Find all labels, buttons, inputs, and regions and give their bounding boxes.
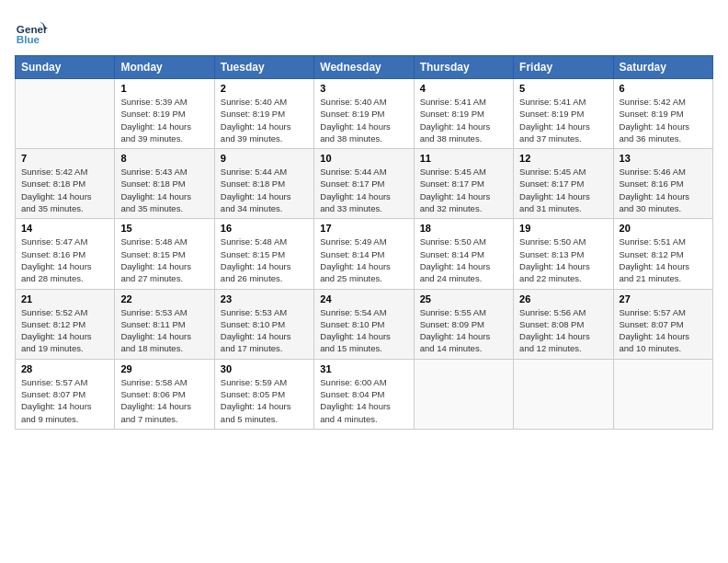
day-info: Sunrise: 5:51 AM Sunset: 8:12 PM Dayligh…	[620, 236, 707, 284]
day-info: Sunrise: 5:43 AM Sunset: 8:18 PM Dayligh…	[120, 166, 208, 214]
day-number: 14	[21, 223, 108, 234]
day-info: Sunrise: 5:42 AM Sunset: 8:19 PM Dayligh…	[620, 96, 707, 144]
day-number: 18	[420, 223, 507, 234]
week-row-5: 28Sunrise: 5:57 AM Sunset: 8:07 PM Dayli…	[16, 359, 713, 429]
logo-icon: General Blue	[15, 15, 48, 48]
day-number: 27	[620, 293, 707, 304]
week-row-1: 1Sunrise: 5:39 AM Sunset: 8:19 PM Daylig…	[16, 79, 713, 149]
day-info: Sunrise: 5:57 AM Sunset: 8:07 PM Dayligh…	[620, 306, 707, 355]
logo: General Blue	[15, 15, 51, 48]
day-number: 11	[420, 153, 507, 164]
calendar-cell: 7Sunrise: 5:42 AM Sunset: 8:18 PM Daylig…	[16, 149, 115, 219]
day-info: Sunrise: 5:39 AM Sunset: 8:19 PM Dayligh…	[120, 96, 208, 144]
calendar-cell: 18Sunrise: 5:50 AM Sunset: 8:14 PM Dayli…	[414, 219, 513, 289]
day-info: Sunrise: 5:41 AM Sunset: 8:19 PM Dayligh…	[519, 96, 607, 144]
calendar-cell	[514, 359, 613, 429]
day-info: Sunrise: 5:56 AM Sunset: 8:08 PM Dayligh…	[519, 306, 607, 355]
calendar-cell: 2Sunrise: 5:40 AM Sunset: 8:19 PM Daylig…	[214, 79, 313, 149]
header-row: SundayMondayTuesdayWednesdayThursdayFrid…	[16, 56, 713, 79]
calendar-cell: 3Sunrise: 5:40 AM Sunset: 8:19 PM Daylig…	[314, 79, 414, 149]
page-header: General Blue	[15, 15, 713, 48]
calendar-cell: 22Sunrise: 5:53 AM Sunset: 8:11 PM Dayli…	[115, 289, 214, 359]
day-info: Sunrise: 5:48 AM Sunset: 8:15 PM Dayligh…	[221, 236, 308, 284]
calendar-cell: 21Sunrise: 5:52 AM Sunset: 8:12 PM Dayli…	[16, 289, 115, 359]
calendar-cell: 9Sunrise: 5:44 AM Sunset: 8:18 PM Daylig…	[214, 149, 313, 219]
calendar-cell: 27Sunrise: 5:57 AM Sunset: 8:07 PM Dayli…	[613, 289, 712, 359]
day-info: Sunrise: 5:41 AM Sunset: 8:19 PM Dayligh…	[420, 96, 507, 144]
day-info: Sunrise: 5:45 AM Sunset: 8:17 PM Dayligh…	[420, 166, 507, 214]
calendar-cell: 12Sunrise: 5:45 AM Sunset: 8:17 PM Dayli…	[514, 149, 613, 219]
day-info: Sunrise: 5:53 AM Sunset: 8:10 PM Dayligh…	[221, 306, 308, 355]
day-info: Sunrise: 5:40 AM Sunset: 8:19 PM Dayligh…	[320, 96, 407, 144]
header-day-thursday: Thursday	[414, 56, 513, 79]
day-number: 6	[620, 83, 707, 94]
day-number: 10	[320, 153, 407, 164]
calendar-cell: 19Sunrise: 5:50 AM Sunset: 8:13 PM Dayli…	[514, 219, 613, 289]
day-info: Sunrise: 5:46 AM Sunset: 8:16 PM Dayligh…	[620, 166, 707, 214]
calendar-cell: 26Sunrise: 5:56 AM Sunset: 8:08 PM Dayli…	[514, 289, 613, 359]
day-number: 8	[120, 153, 208, 164]
calendar-table: SundayMondayTuesdayWednesdayThursdayFrid…	[15, 55, 713, 430]
day-info: Sunrise: 5:49 AM Sunset: 8:14 PM Dayligh…	[320, 236, 407, 284]
day-info: Sunrise: 6:00 AM Sunset: 8:04 PM Dayligh…	[320, 376, 407, 425]
day-info: Sunrise: 5:47 AM Sunset: 8:16 PM Dayligh…	[21, 236, 108, 284]
calendar-cell: 30Sunrise: 5:59 AM Sunset: 8:05 PM Dayli…	[214, 359, 313, 429]
day-info: Sunrise: 5:59 AM Sunset: 8:05 PM Dayligh…	[221, 376, 308, 425]
svg-text:Blue: Blue	[17, 33, 40, 45]
day-info: Sunrise: 5:57 AM Sunset: 8:07 PM Dayligh…	[21, 376, 108, 425]
header-day-wednesday: Wednesday	[314, 56, 414, 79]
day-info: Sunrise: 5:53 AM Sunset: 8:11 PM Dayligh…	[120, 306, 208, 355]
day-number: 9	[221, 153, 308, 164]
calendar-cell: 14Sunrise: 5:47 AM Sunset: 8:16 PM Dayli…	[16, 219, 115, 289]
day-info: Sunrise: 5:40 AM Sunset: 8:19 PM Dayligh…	[221, 96, 308, 144]
day-number: 5	[519, 83, 607, 94]
day-info: Sunrise: 5:52 AM Sunset: 8:12 PM Dayligh…	[21, 306, 108, 355]
day-number: 25	[420, 293, 507, 304]
week-row-2: 7Sunrise: 5:42 AM Sunset: 8:18 PM Daylig…	[16, 149, 713, 219]
calendar-cell: 15Sunrise: 5:48 AM Sunset: 8:15 PM Dayli…	[115, 219, 214, 289]
day-number: 15	[120, 223, 208, 234]
day-number: 16	[221, 223, 308, 234]
calendar-cell: 6Sunrise: 5:42 AM Sunset: 8:19 PM Daylig…	[613, 79, 712, 149]
day-number: 12	[519, 153, 607, 164]
day-info: Sunrise: 5:48 AM Sunset: 8:15 PM Dayligh…	[120, 236, 208, 284]
day-info: Sunrise: 5:50 AM Sunset: 8:14 PM Dayligh…	[420, 236, 507, 284]
calendar-cell: 24Sunrise: 5:54 AM Sunset: 8:10 PM Dayli…	[314, 289, 414, 359]
calendar-cell: 28Sunrise: 5:57 AM Sunset: 8:07 PM Dayli…	[16, 359, 115, 429]
calendar-cell: 13Sunrise: 5:46 AM Sunset: 8:16 PM Dayli…	[613, 149, 712, 219]
week-row-4: 21Sunrise: 5:52 AM Sunset: 8:12 PM Dayli…	[16, 289, 713, 359]
calendar-cell: 31Sunrise: 6:00 AM Sunset: 8:04 PM Dayli…	[314, 359, 414, 429]
calendar-cell: 11Sunrise: 5:45 AM Sunset: 8:17 PM Dayli…	[414, 149, 513, 219]
day-number: 28	[21, 363, 108, 374]
day-info: Sunrise: 5:50 AM Sunset: 8:13 PM Dayligh…	[519, 236, 607, 284]
week-row-3: 14Sunrise: 5:47 AM Sunset: 8:16 PM Dayli…	[16, 219, 713, 289]
day-info: Sunrise: 5:44 AM Sunset: 8:18 PM Dayligh…	[221, 166, 308, 214]
day-number: 31	[320, 363, 407, 374]
calendar-cell: 1Sunrise: 5:39 AM Sunset: 8:19 PM Daylig…	[115, 79, 214, 149]
header-day-sunday: Sunday	[16, 56, 115, 79]
calendar-body: 1Sunrise: 5:39 AM Sunset: 8:19 PM Daylig…	[16, 79, 713, 430]
calendar-cell: 20Sunrise: 5:51 AM Sunset: 8:12 PM Dayli…	[613, 219, 712, 289]
day-number: 20	[620, 223, 707, 234]
day-number: 4	[420, 83, 507, 94]
day-info: Sunrise: 5:45 AM Sunset: 8:17 PM Dayligh…	[519, 166, 607, 214]
day-number: 26	[519, 293, 607, 304]
day-number: 2	[221, 83, 308, 94]
calendar-cell: 5Sunrise: 5:41 AM Sunset: 8:19 PM Daylig…	[514, 79, 613, 149]
day-number: 21	[21, 293, 108, 304]
day-number: 3	[320, 83, 407, 94]
day-info: Sunrise: 5:54 AM Sunset: 8:10 PM Dayligh…	[320, 306, 407, 355]
day-info: Sunrise: 5:42 AM Sunset: 8:18 PM Dayligh…	[21, 166, 108, 214]
calendar-cell: 17Sunrise: 5:49 AM Sunset: 8:14 PM Dayli…	[314, 219, 414, 289]
calendar-cell	[613, 359, 712, 429]
calendar-cell	[414, 359, 513, 429]
calendar-cell: 29Sunrise: 5:58 AM Sunset: 8:06 PM Dayli…	[115, 359, 214, 429]
day-number: 1	[120, 83, 208, 94]
day-number: 24	[320, 293, 407, 304]
calendar-cell: 16Sunrise: 5:48 AM Sunset: 8:15 PM Dayli…	[214, 219, 313, 289]
header-day-saturday: Saturday	[613, 56, 712, 79]
calendar-cell: 10Sunrise: 5:44 AM Sunset: 8:17 PM Dayli…	[314, 149, 414, 219]
day-number: 30	[221, 363, 308, 374]
calendar-cell: 25Sunrise: 5:55 AM Sunset: 8:09 PM Dayli…	[414, 289, 513, 359]
day-number: 13	[620, 153, 707, 164]
